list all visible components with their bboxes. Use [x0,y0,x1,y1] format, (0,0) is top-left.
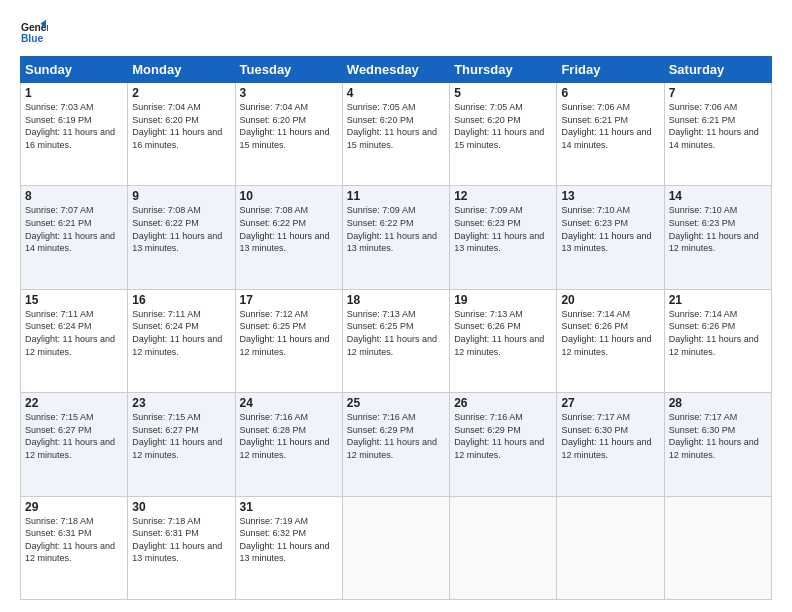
day-number: 17 [240,293,338,307]
calendar-cell: 6Sunrise: 7:06 AMSunset: 6:21 PMDaylight… [557,83,664,186]
day-info: Sunrise: 7:17 AMSunset: 6:30 PMDaylight:… [669,412,759,460]
day-info: Sunrise: 7:04 AMSunset: 6:20 PMDaylight:… [240,102,330,150]
day-number: 16 [132,293,230,307]
calendar-cell: 21Sunrise: 7:14 AMSunset: 6:26 PMDayligh… [664,289,771,392]
day-info: Sunrise: 7:18 AMSunset: 6:31 PMDaylight:… [25,516,115,564]
calendar-cell: 7Sunrise: 7:06 AMSunset: 6:21 PMDaylight… [664,83,771,186]
calendar-cell: 15Sunrise: 7:11 AMSunset: 6:24 PMDayligh… [21,289,128,392]
day-info: Sunrise: 7:05 AMSunset: 6:20 PMDaylight:… [454,102,544,150]
calendar-cell: 24Sunrise: 7:16 AMSunset: 6:28 PMDayligh… [235,393,342,496]
calendar-cell: 8Sunrise: 7:07 AMSunset: 6:21 PMDaylight… [21,186,128,289]
day-info: Sunrise: 7:11 AMSunset: 6:24 PMDaylight:… [25,309,115,357]
calendar-cell: 31Sunrise: 7:19 AMSunset: 6:32 PMDayligh… [235,496,342,599]
calendar-cell: 29Sunrise: 7:18 AMSunset: 6:31 PMDayligh… [21,496,128,599]
day-number: 14 [669,189,767,203]
calendar-cell: 3Sunrise: 7:04 AMSunset: 6:20 PMDaylight… [235,83,342,186]
day-info: Sunrise: 7:08 AMSunset: 6:22 PMDaylight:… [240,205,330,253]
day-info: Sunrise: 7:16 AMSunset: 6:28 PMDaylight:… [240,412,330,460]
day-number: 19 [454,293,552,307]
calendar-cell: 10Sunrise: 7:08 AMSunset: 6:22 PMDayligh… [235,186,342,289]
day-info: Sunrise: 7:09 AMSunset: 6:22 PMDaylight:… [347,205,437,253]
calendar-cell: 18Sunrise: 7:13 AMSunset: 6:25 PMDayligh… [342,289,449,392]
calendar-weekday-monday: Monday [128,57,235,83]
calendar-cell: 17Sunrise: 7:12 AMSunset: 6:25 PMDayligh… [235,289,342,392]
calendar-table: SundayMondayTuesdayWednesdayThursdayFrid… [20,56,772,600]
day-info: Sunrise: 7:16 AMSunset: 6:29 PMDaylight:… [454,412,544,460]
day-info: Sunrise: 7:06 AMSunset: 6:21 PMDaylight:… [561,102,651,150]
calendar-weekday-thursday: Thursday [450,57,557,83]
calendar-cell: 9Sunrise: 7:08 AMSunset: 6:22 PMDaylight… [128,186,235,289]
day-info: Sunrise: 7:10 AMSunset: 6:23 PMDaylight:… [669,205,759,253]
day-number: 7 [669,86,767,100]
day-number: 8 [25,189,123,203]
day-info: Sunrise: 7:18 AMSunset: 6:31 PMDaylight:… [132,516,222,564]
day-info: Sunrise: 7:14 AMSunset: 6:26 PMDaylight:… [669,309,759,357]
calendar-cell: 30Sunrise: 7:18 AMSunset: 6:31 PMDayligh… [128,496,235,599]
calendar-cell: 20Sunrise: 7:14 AMSunset: 6:26 PMDayligh… [557,289,664,392]
calendar-cell [450,496,557,599]
day-info: Sunrise: 7:15 AMSunset: 6:27 PMDaylight:… [132,412,222,460]
day-number: 21 [669,293,767,307]
calendar-cell: 16Sunrise: 7:11 AMSunset: 6:24 PMDayligh… [128,289,235,392]
day-number: 24 [240,396,338,410]
calendar-cell: 25Sunrise: 7:16 AMSunset: 6:29 PMDayligh… [342,393,449,496]
day-info: Sunrise: 7:15 AMSunset: 6:27 PMDaylight:… [25,412,115,460]
calendar-cell: 26Sunrise: 7:16 AMSunset: 6:29 PMDayligh… [450,393,557,496]
calendar-cell: 4Sunrise: 7:05 AMSunset: 6:20 PMDaylight… [342,83,449,186]
day-number: 6 [561,86,659,100]
calendar-cell [664,496,771,599]
calendar-cell: 13Sunrise: 7:10 AMSunset: 6:23 PMDayligh… [557,186,664,289]
day-info: Sunrise: 7:12 AMSunset: 6:25 PMDaylight:… [240,309,330,357]
day-number: 11 [347,189,445,203]
day-info: Sunrise: 7:06 AMSunset: 6:21 PMDaylight:… [669,102,759,150]
day-number: 4 [347,86,445,100]
page-header: General Blue [20,18,772,46]
day-info: Sunrise: 7:04 AMSunset: 6:20 PMDaylight:… [132,102,222,150]
day-info: Sunrise: 7:09 AMSunset: 6:23 PMDaylight:… [454,205,544,253]
day-info: Sunrise: 7:13 AMSunset: 6:26 PMDaylight:… [454,309,544,357]
day-number: 3 [240,86,338,100]
calendar-weekday-saturday: Saturday [664,57,771,83]
calendar-week-row: 29Sunrise: 7:18 AMSunset: 6:31 PMDayligh… [21,496,772,599]
day-info: Sunrise: 7:08 AMSunset: 6:22 PMDaylight:… [132,205,222,253]
day-number: 9 [132,189,230,203]
calendar-weekday-sunday: Sunday [21,57,128,83]
day-info: Sunrise: 7:10 AMSunset: 6:23 PMDaylight:… [561,205,651,253]
day-info: Sunrise: 7:13 AMSunset: 6:25 PMDaylight:… [347,309,437,357]
day-info: Sunrise: 7:03 AMSunset: 6:19 PMDaylight:… [25,102,115,150]
day-number: 31 [240,500,338,514]
calendar-cell [342,496,449,599]
day-info: Sunrise: 7:11 AMSunset: 6:24 PMDaylight:… [132,309,222,357]
calendar-week-row: 1Sunrise: 7:03 AMSunset: 6:19 PMDaylight… [21,83,772,186]
svg-text:Blue: Blue [21,33,44,44]
calendar-weekday-friday: Friday [557,57,664,83]
day-number: 10 [240,189,338,203]
day-number: 26 [454,396,552,410]
calendar-week-row: 22Sunrise: 7:15 AMSunset: 6:27 PMDayligh… [21,393,772,496]
calendar-cell: 12Sunrise: 7:09 AMSunset: 6:23 PMDayligh… [450,186,557,289]
calendar-cell: 1Sunrise: 7:03 AMSunset: 6:19 PMDaylight… [21,83,128,186]
calendar-cell: 22Sunrise: 7:15 AMSunset: 6:27 PMDayligh… [21,393,128,496]
calendar-cell: 27Sunrise: 7:17 AMSunset: 6:30 PMDayligh… [557,393,664,496]
calendar-cell: 2Sunrise: 7:04 AMSunset: 6:20 PMDaylight… [128,83,235,186]
calendar-cell: 23Sunrise: 7:15 AMSunset: 6:27 PMDayligh… [128,393,235,496]
day-number: 1 [25,86,123,100]
calendar-weekday-tuesday: Tuesday [235,57,342,83]
day-info: Sunrise: 7:07 AMSunset: 6:21 PMDaylight:… [25,205,115,253]
day-number: 25 [347,396,445,410]
day-number: 2 [132,86,230,100]
logo: General Blue [20,18,48,46]
logo-icon: General Blue [20,18,48,46]
calendar-cell: 14Sunrise: 7:10 AMSunset: 6:23 PMDayligh… [664,186,771,289]
day-number: 30 [132,500,230,514]
day-number: 22 [25,396,123,410]
day-number: 12 [454,189,552,203]
calendar-cell: 19Sunrise: 7:13 AMSunset: 6:26 PMDayligh… [450,289,557,392]
calendar-cell [557,496,664,599]
day-number: 28 [669,396,767,410]
calendar-weekday-wednesday: Wednesday [342,57,449,83]
calendar-week-row: 15Sunrise: 7:11 AMSunset: 6:24 PMDayligh… [21,289,772,392]
day-info: Sunrise: 7:16 AMSunset: 6:29 PMDaylight:… [347,412,437,460]
day-number: 27 [561,396,659,410]
calendar-week-row: 8Sunrise: 7:07 AMSunset: 6:21 PMDaylight… [21,186,772,289]
